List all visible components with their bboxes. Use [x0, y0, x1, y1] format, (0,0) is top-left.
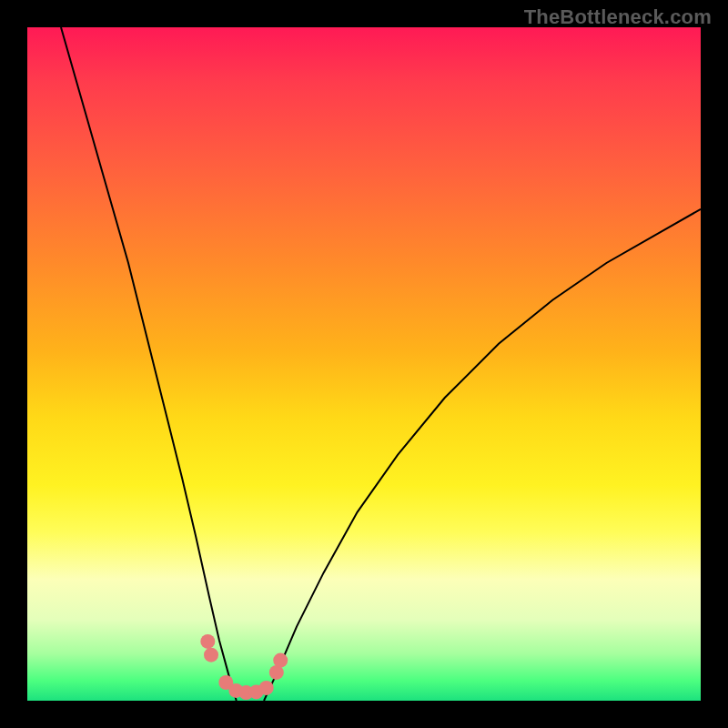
curve-marker [273, 653, 288, 668]
chart-plot-area [27, 27, 701, 701]
curve-left-branch [61, 27, 237, 701]
watermark-text: TheBottleneck.com [524, 5, 712, 29]
curve-marker [259, 681, 274, 695]
curve-marker [204, 648, 218, 662]
curve-marker [200, 634, 215, 649]
curve-right-branch [264, 209, 701, 701]
curve-markers [200, 634, 288, 700]
chart-svg [27, 27, 701, 701]
